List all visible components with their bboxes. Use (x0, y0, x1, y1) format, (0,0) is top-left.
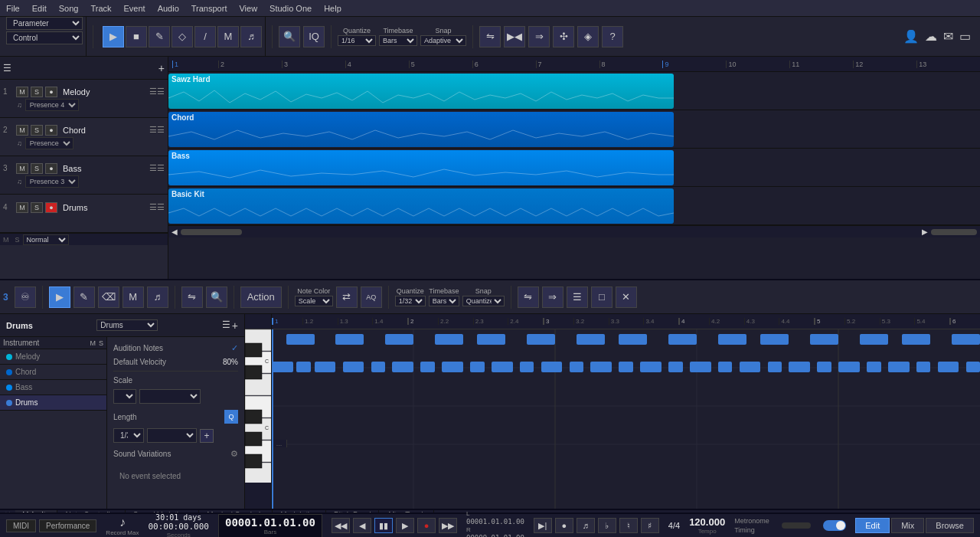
marker-btn[interactable]: ◈ (577, 26, 599, 47)
note-2-9[interactable] (470, 362, 485, 372)
editor-loop-btn2[interactable]: ⇋ (518, 287, 539, 308)
note-2-28[interactable] (938, 362, 959, 372)
editor-quantize-select[interactable]: 1/32 (395, 296, 426, 306)
menu-file[interactable]: File (0, 2, 26, 15)
clip-drums[interactable]: Basic Kit (168, 188, 674, 224)
range-tool[interactable]: ■ (126, 26, 147, 47)
track-add-btn[interactable]: + (158, 62, 165, 74)
track-name-melody[interactable]: Melody (63, 87, 147, 97)
note-2-24[interactable] (838, 362, 860, 372)
grid-canvas[interactable] (272, 329, 980, 509)
sync-btn2[interactable]: ● (555, 518, 573, 533)
track-mini-drums[interactable]: Drums (0, 395, 106, 411)
iq-tool[interactable]: IQ (303, 26, 325, 47)
note-2-17[interactable] (668, 362, 683, 372)
note-1-9[interactable] (668, 334, 697, 345)
inst-s-btn[interactable]: S (99, 339, 103, 347)
menu-edit[interactable]: Edit (26, 2, 53, 15)
track-arm-4[interactable]: ● (45, 202, 57, 213)
track-solo-3[interactable]: S (31, 163, 43, 174)
scroll-right-icon[interactable]: ▶ (922, 228, 928, 236)
note-1-4[interactable] (435, 334, 463, 345)
user-icon[interactable]: 👤 (903, 29, 919, 44)
track-solo-2[interactable]: S (31, 125, 43, 136)
editor-arrow-tool[interactable]: ▶ (49, 287, 70, 308)
note-1-13[interactable] (860, 334, 888, 345)
note-color-swap[interactable]: ⇄ (336, 287, 358, 308)
note-2-27[interactable] (916, 362, 931, 372)
clip-bass[interactable]: Bass (168, 150, 674, 185)
zoom-scrollbar[interactable] (931, 229, 977, 235)
length-plus-btn[interactable]: + (200, 429, 214, 443)
normal-select[interactable]: Normal (23, 234, 69, 245)
instrument-select-3[interactable]: Presence 3 (25, 175, 79, 188)
instrument-select-2[interactable]: Presence (25, 137, 74, 149)
track-mute-1[interactable]: M (16, 87, 28, 97)
mute-tool[interactable]: M (217, 26, 239, 47)
note-2-26[interactable] (888, 362, 910, 372)
note-2-3[interactable] (315, 362, 336, 372)
mix-btn[interactable]: Mix (891, 518, 924, 533)
note-2-14[interactable] (590, 362, 612, 372)
record-btn[interactable]: ● (417, 518, 436, 533)
straight-select[interactable]: Straight (147, 428, 197, 443)
editor-zoom-btn[interactable]: 🔍 (206, 287, 227, 308)
track-mute-2[interactable]: M (16, 125, 28, 136)
note-1-14[interactable] (902, 334, 930, 345)
line-tool[interactable]: / (194, 26, 216, 47)
track-inspector-melody[interactable]: ☰☰ (149, 87, 165, 97)
note-1-11[interactable] (760, 334, 789, 345)
editor-fullscreen-btn[interactable]: □ (591, 287, 612, 308)
note-2-6[interactable] (392, 362, 413, 372)
note-2-15[interactable] (619, 362, 633, 372)
cloud-icon[interactable]: ☁ (925, 29, 937, 44)
track-inspector-drums[interactable]: ☰☰ (149, 202, 165, 212)
add-track-icon[interactable]: + (232, 319, 238, 332)
editor-more-btn[interactable]: ☰ (567, 287, 588, 308)
menu-audio[interactable]: Audio (152, 2, 185, 15)
sync-btn6[interactable]: ♯ (641, 518, 659, 533)
editor-follow-btn[interactable]: ⇒ (542, 287, 564, 308)
note-2-12[interactable] (541, 362, 563, 372)
nudge-btn[interactable]: ✣ (553, 26, 574, 47)
note-1-5[interactable] (477, 334, 505, 345)
editor-snap-btn[interactable]: ⇋ (181, 287, 203, 308)
list-view-icon[interactable]: ☰ (222, 319, 230, 332)
note-2-23[interactable] (817, 362, 831, 372)
metronome-icon[interactable]: ♪ (119, 516, 126, 529)
menu-transport[interactable]: Transport (185, 2, 234, 15)
note-2-7[interactable] (420, 362, 435, 372)
editor-snap-select[interactable]: Quantize (462, 296, 505, 306)
sync-btn4[interactable]: ♭ (598, 518, 616, 533)
midi-btn[interactable]: MIDI (6, 519, 36, 532)
skip-fwd-btn[interactable]: ▶▶ (439, 518, 457, 533)
editor-pencil-tool[interactable]: ✎ (74, 287, 95, 308)
pencil-tool[interactable]: ✎ (149, 26, 170, 47)
note-1-2[interactable] (335, 334, 364, 345)
note-2-11[interactable] (520, 362, 534, 372)
note-1-3[interactable] (385, 334, 413, 345)
sync-btn5[interactable]: ♮ (619, 518, 638, 533)
track-arm-2[interactable]: ● (45, 125, 57, 136)
window-icon[interactable]: ▭ (959, 29, 971, 44)
editor-loop-btn[interactable]: ♾ (15, 287, 36, 308)
track-solo-4[interactable]: S (31, 202, 43, 213)
menu-event[interactable]: Event (118, 2, 152, 15)
note-2-4[interactable] (343, 362, 364, 372)
sound-var-icon[interactable]: ⚙ (230, 449, 238, 459)
note-2-19[interactable] (718, 362, 733, 372)
track-mini-melody[interactable]: Melody (0, 349, 106, 365)
edit-btn[interactable]: Edit (855, 518, 890, 533)
note-1-1[interactable] (286, 334, 315, 345)
note-1-10[interactable] (718, 334, 746, 345)
help-btn[interactable]: ? (602, 26, 623, 47)
timebase-select[interactable]: Bars (379, 35, 417, 46)
track-mini-bass[interactable]: Bass (0, 380, 106, 395)
note-2-22[interactable] (789, 362, 810, 372)
browse-btn[interactable]: Browse (926, 518, 974, 533)
menu-studio-one[interactable]: Studio One (263, 2, 318, 15)
track-name-bass[interactable]: Bass (63, 164, 147, 173)
track-arm-1[interactable]: ● (45, 87, 57, 97)
sync-btn3[interactable]: ♬ (577, 518, 595, 533)
scroll-left-icon[interactable]: ◀ (172, 228, 178, 236)
